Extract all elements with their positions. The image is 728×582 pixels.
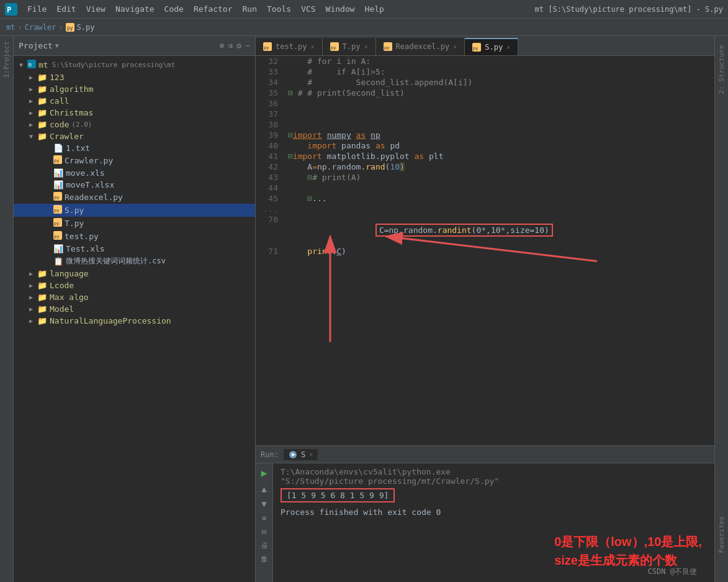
tree-file-crawlerpy[interactable]: py Crawler.py [14,154,255,167]
svg-text:py: py [54,158,59,163]
editor-area: py test.py × py T.py × py Readexcel.py ×… [256,36,714,582]
tree-folder-nlp[interactable]: ▶ 📁 NaturalLanguageProcession [14,315,255,327]
tree-folder-maxalgo[interactable]: ▶ 📁 Max algo [14,291,255,303]
menu-run[interactable]: Run [238,2,262,16]
menu-code[interactable]: Code [160,2,189,16]
tab-readexcelpy-close[interactable]: × [453,43,457,50]
svg-text:py: py [67,25,73,31]
tree-folder-algorithm[interactable]: ▶ 📁 algorithm [14,83,255,95]
run-clear-icon[interactable]: 🗑 [261,555,268,563]
folder-lcode-label: Lcode [50,281,74,290]
svg-text:py: py [54,208,59,213]
tab-testpy-close[interactable]: × [311,43,315,50]
project-header: Project ▼ ⊕ ⇉ ⚙ − [14,36,255,56]
tab-testpy[interactable]: py test.py × [256,38,323,55]
left-toolbar: 1:Project [0,36,14,582]
menubar: P File Edit View Navigate Code Refactor … [0,0,728,19]
structure-bar[interactable]: 2: Structure [714,36,728,507]
code-line-38: 38 [256,119,714,130]
folder-model-label: Model [50,304,74,314]
minimize-icon[interactable]: − [245,41,250,50]
svg-text:m: m [29,62,32,68]
svg-text:py: py [331,45,336,50]
code-line-42: 42 A=np.random.rand(10) [256,161,714,172]
svg-text:P: P [7,6,11,14]
breadcrumb-crawler[interactable]: Crawler [25,23,56,32]
run-scroll-down[interactable]: ▼ [261,499,266,509]
settings-icon[interactable]: ⚙ [236,41,241,50]
tab-tpy[interactable]: py T.py × [323,38,376,55]
code-line-70: 70 C=np.random.randint(0*,10*,size=10) [256,214,714,246]
project-panel: Project ▼ ⊕ ⇉ ⚙ − ▼ m mt S:\Study\pictur… [14,36,256,582]
locate-icon[interactable]: ⊕ [220,41,225,50]
tree-file-movexls[interactable]: 📊 move.xls [14,167,255,179]
folder-language-label: language [50,269,89,278]
tree-folder-lcode[interactable]: ▶ 📁 Lcode [14,280,255,291]
tree-folder-christmas[interactable]: ▶ 📁 Christmas [14,107,255,119]
file-1txt-label: 1.txt [66,143,90,153]
code-line-36: 36 [256,98,714,109]
watermark: CSDN @不良使 [648,566,697,577]
run-tab-close[interactable]: × [309,451,313,458]
menu-help[interactable]: Help [360,2,389,16]
tree-file-testpy[interactable]: py test.py [14,230,255,243]
tree-file-readexcelpy[interactable]: py Readexcel.py [14,191,255,204]
svg-text:py: py [264,45,269,50]
tree-folder-call[interactable]: ▶ 📁 call [14,95,255,107]
folder-code-label: code [50,120,69,129]
tab-readexcelpy[interactable]: py Readexcel.py × [376,38,465,55]
run-print-icon[interactable]: 🖨 [261,541,268,550]
code-line-43: 43 ⊟# print(A) [256,172,714,183]
tab-tpy-close[interactable]: × [364,43,368,50]
run-play-button[interactable]: ▶ [261,467,267,479]
svg-text:py: py [54,221,59,226]
tab-spy-close[interactable]: × [506,44,510,51]
tab-spy[interactable]: py S.py × [465,38,518,55]
run-filter-icon[interactable]: ⊟ [262,527,266,536]
tree-folder-language[interactable]: ▶ 📁 language [14,268,255,280]
tree-file-movetxlsx[interactable]: 📊 moveT.xlsx [14,179,255,191]
run-scroll-up[interactable]: ▲ [261,484,266,494]
project-dropdown-icon[interactable]: ▼ [55,42,59,49]
favorites-bar[interactable]: Favorites [714,507,728,582]
tree-file-1txt[interactable]: 📄 1.txt [14,142,255,154]
tree-file-csv[interactable]: 📋 微博热搜关键词词频统计.csv [14,255,255,268]
menu-file[interactable]: File [22,2,52,16]
code-editor[interactable]: 32 # for i in A: 33 # if A[i]>5: 34 # Se… [256,56,714,445]
menu-tools[interactable]: Tools [262,2,296,16]
tree-folder-123[interactable]: ▶ 📁 123 [14,71,255,83]
tab-bar: py test.py × py T.py × py Readexcel.py ×… [256,36,714,56]
main-layout: 1:Project Project ▼ ⊕ ⇉ ⚙ − ▼ m mt S:\St… [0,36,728,582]
tree-file-spy[interactable]: py S.py [14,204,255,217]
project-label[interactable]: 1:Project [2,39,11,81]
run-label: Run: [261,450,279,459]
menu-edit[interactable]: Edit [52,2,81,16]
breadcrumb-mt[interactable]: mt [6,23,15,32]
tree-root[interactable]: ▼ m mt S:\Study\picture processing\mt [14,58,255,71]
menu-window[interactable]: Window [321,2,360,16]
tree-file-tpy[interactable]: py T.py [14,217,255,230]
root-arrow: ▼ [17,61,25,68]
run-wrap-icon[interactable]: ≡ [262,514,266,522]
tree-folder-model[interactable]: ▶ 📁 Model [14,303,255,315]
folder-algorithm-label: algorithm [50,84,93,94]
tree-folder-crawler[interactable]: ▼ 📁 Crawler [14,130,255,142]
code-line-33: 33 # if A[i]>5: [256,66,714,77]
menu-navigate[interactable]: Navigate [110,2,160,16]
menu-vcs[interactable]: VCS [296,2,320,16]
run-tab-s[interactable]: S × [284,449,318,460]
code-lines: 32 # for i in A: 33 # if A[i]>5: 34 # Se… [256,56,714,257]
folder-call-label: call [50,96,69,106]
file-testpy-label: test.py [65,232,99,241]
folder-christmas-label: Christmas [50,108,93,117]
menu-refactor[interactable]: Refactor [189,2,238,16]
window-title: mt [S:\Study\picture processing\mt] - S.… [535,5,723,14]
svg-text:py: py [54,234,59,239]
file-readexcelpy-label: Readexcel.py [65,193,123,202]
menu-view[interactable]: View [81,2,110,16]
tree-file-testxls[interactable]: 📊 Test.xls [14,243,255,255]
tree-folder-code[interactable]: ▶ 📁 code (2.0) [14,119,255,130]
structure-label: 2: Structure [717,45,726,94]
collapse-icon[interactable]: ⇉ [228,41,233,50]
file-testxls-label: Test.xls [66,244,105,253]
